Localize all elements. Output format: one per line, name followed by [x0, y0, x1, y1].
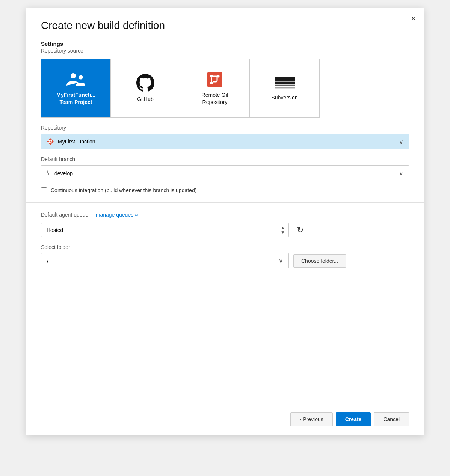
- svg-rect-9: [275, 82, 295, 84]
- manage-queues-text: manage queues: [96, 212, 133, 218]
- tab-github-label: GitHub: [137, 96, 154, 102]
- source-tabs: MyFirstFuncti...Team Project GitHub: [41, 59, 320, 118]
- branch-dropdown[interactable]: ⑂ develop ∨: [41, 165, 409, 181]
- repository-chevron-icon: ∨: [399, 138, 403, 145]
- close-button[interactable]: ×: [411, 14, 416, 23]
- tab-team-project[interactable]: MyFirstFuncti...Team Project: [41, 59, 111, 117]
- ci-label: Continuous integration (build whenever t…: [51, 187, 196, 193]
- external-link-icon: ⧉: [135, 212, 138, 217]
- branch-field-group: Default branch ⑂ develop ∨: [41, 156, 409, 181]
- branch-label: Default branch: [41, 156, 409, 162]
- queue-select[interactable]: Hosted Default Custom: [41, 223, 289, 237]
- branch-value: develop: [54, 170, 73, 176]
- svg-point-17: [48, 140, 50, 141]
- tab-subversion[interactable]: Subversion: [250, 59, 319, 117]
- tab-github[interactable]: GitHub: [111, 59, 180, 117]
- svg-rect-14: [275, 86, 295, 87]
- folder-row: \ ∨ Choose folder...: [41, 253, 409, 268]
- branch-dropdown-inner: ⑂ develop: [47, 169, 73, 177]
- branch-chevron-icon: ∨: [399, 170, 403, 177]
- cancel-button[interactable]: Cancel: [374, 412, 409, 426]
- svg-rect-10: [275, 85, 295, 87]
- svg-point-0: [71, 73, 76, 78]
- queue-select-wrapper: Hosted Default Custom ▲ ▼: [41, 223, 289, 237]
- svg-rect-13: [275, 84, 295, 85]
- create-build-dialog: × Create new build definition Settings R…: [26, 8, 424, 435]
- refresh-button[interactable]: ↻: [293, 223, 307, 237]
- tab-remote-git-label: Remote GitRepository: [202, 92, 228, 105]
- manage-queues-link[interactable]: manage queues ⧉: [96, 212, 138, 218]
- dialog-title: Create new build definition: [26, 8, 424, 41]
- svg-marker-15: [47, 138, 54, 145]
- ci-checkbox-row: Continuous integration (build whenever t…: [41, 187, 409, 193]
- repository-label: Repository: [41, 125, 409, 131]
- repository-value: MyFirstFunction: [58, 139, 95, 145]
- folder-value: \: [47, 258, 48, 264]
- create-button[interactable]: Create: [336, 412, 371, 426]
- ci-checkbox[interactable]: [41, 187, 47, 193]
- settings-heading: Settings: [41, 41, 409, 47]
- branch-icon: ⑂: [47, 169, 51, 177]
- github-icon: [136, 74, 154, 92]
- svg-point-6: [210, 82, 213, 84]
- folder-label: Select folder: [41, 244, 409, 250]
- subversion-icon: [275, 75, 295, 90]
- tab-team-project-label: MyFirstFuncti...Team Project: [56, 92, 95, 105]
- folder-dropdown[interactable]: \ ∨: [41, 253, 289, 268]
- dialog-body: Settings Repository source MyFirstFuncti…: [26, 41, 424, 403]
- previous-button[interactable]: ‹ Previous: [290, 412, 333, 426]
- repository-source-label: Repository source: [41, 48, 409, 54]
- tab-subversion-label: Subversion: [271, 94, 297, 101]
- svg-rect-19: [49, 141, 50, 143]
- tab-remote-git[interactable]: Remote GitRepository: [180, 59, 250, 117]
- svg-point-5: [210, 75, 213, 78]
- repository-dropdown-inner: MyFirstFunction: [47, 138, 95, 145]
- svg-rect-8: [275, 77, 295, 81]
- team-project-icon: [66, 71, 86, 88]
- agent-queue-label: Default agent queue: [41, 212, 88, 218]
- queue-row: Hosted Default Custom ▲ ▼ ↻: [41, 223, 409, 237]
- dialog-footer: ‹ Previous Create Cancel: [26, 403, 424, 435]
- svg-rect-11: [275, 87, 295, 89]
- repository-field-group: Repository M: [41, 125, 409, 149]
- agent-section: Default agent queue | manage queues ⧉ Ho…: [26, 203, 424, 403]
- folder-field-group: Select folder \ ∨ Choose folder...: [41, 244, 409, 268]
- svg-rect-12: [275, 81, 295, 82]
- repo-git-icon: [47, 138, 54, 145]
- settings-section: Settings Repository source MyFirstFuncti…: [26, 41, 424, 203]
- agent-label-row: Default agent queue | manage queues ⧉: [41, 212, 409, 218]
- svg-point-1: [79, 75, 83, 80]
- svg-rect-7: [211, 77, 212, 82]
- choose-folder-button[interactable]: Choose folder...: [293, 254, 346, 268]
- remote-git-icon: [207, 71, 223, 88]
- folder-chevron-icon: ∨: [279, 257, 283, 264]
- repository-dropdown[interactable]: MyFirstFunction ∨: [41, 134, 409, 149]
- pipe-divider: |: [91, 212, 93, 218]
